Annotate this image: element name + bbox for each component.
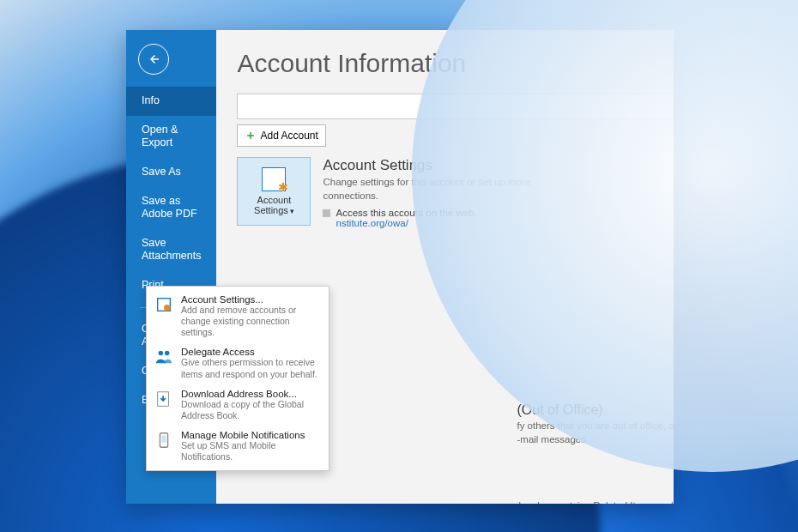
bullet-icon bbox=[323, 209, 330, 217]
ooo-desc2: -mail messages. bbox=[517, 433, 674, 447]
plus-icon: ＋ bbox=[245, 128, 257, 143]
add-account-button[interactable]: ＋ Add Account bbox=[237, 124, 325, 147]
sidebar-item-info[interactable]: Info bbox=[126, 87, 216, 116]
menu-title: Download Address Book... bbox=[181, 389, 322, 399]
account-settings-menu-icon bbox=[154, 294, 174, 315]
menu-title: Delegate Access bbox=[181, 347, 322, 357]
svg-point-2 bbox=[164, 305, 170, 311]
sidebar-item-open-export[interactable]: Open & Export bbox=[126, 116, 216, 158]
menu-desc: Set up SMS and Mobile Notifications. bbox=[181, 440, 322, 462]
menu-item-account-settings[interactable]: Account Settings... Add and remove accou… bbox=[147, 290, 329, 342]
download-address-book-icon bbox=[154, 389, 174, 409]
section-title-account-settings: Account Settings bbox=[323, 157, 674, 174]
sidebar-item-save-adobe-pdf[interactable]: Save as Adobe PDF bbox=[126, 187, 216, 229]
account-settings-icon bbox=[262, 167, 286, 191]
menu-title: Manage Mobile Notifications bbox=[181, 430, 322, 440]
menu-item-download-address-book[interactable]: Download Address Book... Download a copy… bbox=[147, 384, 329, 426]
sidebar-item-save-as[interactable]: Save As bbox=[126, 158, 216, 187]
sidebar-item-save-attachments[interactable]: Save Attachments bbox=[126, 229, 216, 271]
mobile-notifications-icon bbox=[154, 430, 174, 450]
ooo-desc1: fy others that you are out of office, on… bbox=[517, 420, 674, 433]
delegate-access-icon bbox=[154, 347, 174, 367]
menu-desc: Add and remove accounts or change existi… bbox=[181, 305, 322, 338]
menu-desc: Give others permission to receive items … bbox=[181, 357, 322, 379]
menu-desc: Download a copy of the Global Address Bo… bbox=[181, 399, 322, 421]
account-settings-menu: Account Settings... Add and remove accou… bbox=[146, 286, 329, 471]
svg-point-3 bbox=[159, 351, 164, 356]
menu-item-delegate-access[interactable]: Delegate Access Give others permission t… bbox=[147, 342, 329, 384]
web-access-label: Access this account on the web. bbox=[336, 208, 476, 218]
menu-title: Account Settings... bbox=[181, 294, 322, 305]
out-of-office-section: (Out of Office) fy others that you are o… bbox=[456, 402, 674, 446]
back-arrow-icon bbox=[146, 51, 161, 67]
ooo-title: (Out of Office) bbox=[517, 402, 674, 418]
mailbox-cleanup-text: box by emptying Deleted Items and arc bbox=[518, 500, 674, 504]
account-settings-tile[interactable]: Account Settings▾ bbox=[237, 157, 311, 226]
page-title: Account Information bbox=[237, 49, 674, 78]
section-desc-account-settings: Change settings for this account or set … bbox=[323, 176, 580, 203]
account-dropdown[interactable] bbox=[237, 94, 674, 119]
menu-item-manage-mobile-notifications[interactable]: Manage Mobile Notifications Set up SMS a… bbox=[147, 426, 329, 467]
add-account-label: Add Account bbox=[260, 130, 317, 142]
svg-point-4 bbox=[165, 351, 170, 356]
tile-label: Account Settings bbox=[254, 195, 291, 215]
chevron-down-icon: ▾ bbox=[290, 207, 294, 215]
owa-link[interactable]: nstitute.org/owa/ bbox=[336, 218, 674, 228]
back-button[interactable] bbox=[138, 44, 169, 75]
svg-rect-7 bbox=[161, 435, 166, 442]
